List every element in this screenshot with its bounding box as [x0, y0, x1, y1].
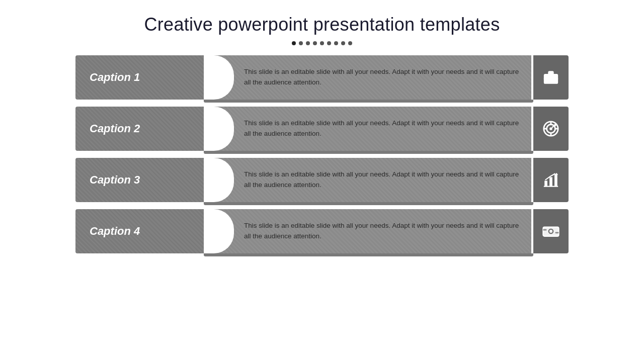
row-1: Caption 1 This slide is an editable slid…	[75, 55, 569, 100]
target-icon	[542, 120, 559, 137]
caption-label-3: Caption 3	[90, 173, 140, 187]
dot-3[interactable]	[306, 41, 310, 45]
content-block-2: This slide is an editable slide with all…	[204, 107, 531, 151]
dot-5[interactable]	[320, 41, 324, 45]
svg-rect-13	[549, 177, 552, 186]
caption-block-3: Caption 3	[75, 158, 204, 202]
dot-6[interactable]	[327, 41, 331, 45]
cash-icon	[542, 223, 559, 240]
row-tail-3	[204, 202, 533, 205]
dot-7[interactable]	[334, 41, 338, 45]
row-3: Caption 3 This slide is an editable slid…	[75, 158, 569, 202]
content-text-4: This slide is an editable slide with all…	[244, 221, 521, 242]
dot-2[interactable]	[299, 41, 303, 45]
icon-block-2	[533, 107, 569, 151]
content-text-2: This slide is an editable slide with all…	[244, 118, 521, 139]
svg-rect-12	[544, 180, 547, 186]
dot-8[interactable]	[341, 41, 345, 45]
content-block-3: This slide is an editable slide with all…	[204, 158, 531, 202]
page-title: Creative powerpoint presentation templat…	[144, 14, 500, 35]
row-tail-2	[204, 151, 533, 154]
caption-block-2: Caption 2	[75, 107, 204, 151]
content-block-1: This slide is an editable slide with all…	[204, 55, 531, 100]
row-tail-4	[204, 253, 533, 256]
row-2: Caption 2 This slide is an editable slid…	[75, 107, 569, 151]
caption-label-4: Caption 4	[90, 225, 140, 238]
icon-block-1	[533, 55, 569, 100]
content-text-3: This slide is an editable slide with all…	[244, 169, 521, 191]
header: Creative powerpoint presentation templat…	[144, 0, 500, 37]
row-4: Caption 4 This slide is an editable slid…	[75, 209, 569, 253]
row-tail-1	[204, 100, 533, 103]
chart-icon	[542, 171, 559, 189]
content-block-4: This slide is an editable slide with all…	[204, 209, 531, 253]
briefcase-icon	[542, 69, 559, 86]
caption-label-1: Caption 1	[90, 71, 140, 84]
svg-rect-17	[543, 227, 558, 236]
icon-block-4	[533, 209, 569, 253]
svg-rect-22	[543, 229, 546, 231]
pagination-dots	[292, 41, 352, 45]
svg-point-5	[549, 127, 552, 130]
caption-block-4: Caption 4	[75, 209, 204, 253]
dot-4[interactable]	[313, 41, 317, 45]
caption-label-2: Caption 2	[90, 122, 140, 135]
content-rows: Caption 1 This slide is an editable slid…	[75, 50, 569, 253]
dot-1[interactable]	[292, 41, 296, 45]
svg-rect-14	[554, 174, 557, 187]
icon-block-3	[533, 158, 569, 202]
content-text-1: This slide is an editable slide with all…	[244, 67, 521, 88]
svg-rect-23	[555, 232, 559, 233]
caption-block-1: Caption 1	[75, 55, 204, 100]
dot-9[interactable]	[348, 41, 352, 45]
